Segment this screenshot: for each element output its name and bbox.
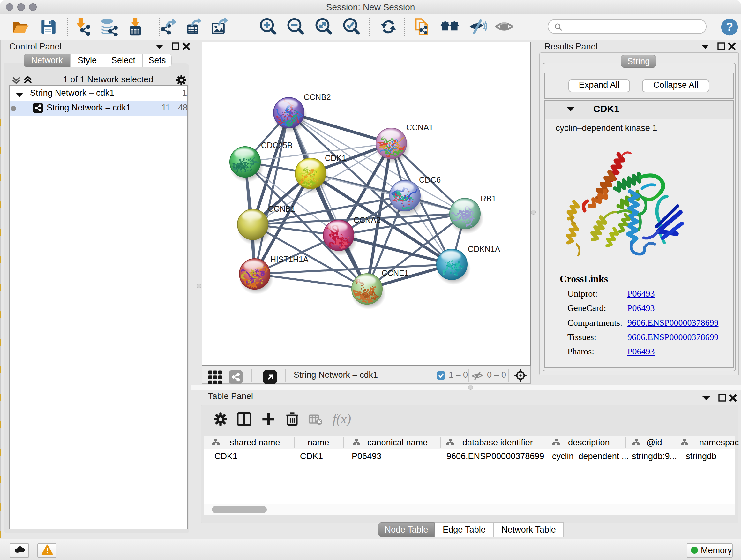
svg-text:RB1: RB1 xyxy=(481,194,496,203)
svg-text:CDK1: CDK1 xyxy=(325,153,346,163)
svg-text:CCNB1: CCNB1 xyxy=(268,204,295,213)
svg-text:HIST1H1A: HIST1H1A xyxy=(270,255,309,264)
svg-text:CDKN1A: CDKN1A xyxy=(468,245,500,253)
svg-text:CDC6: CDC6 xyxy=(419,175,441,184)
svg-text:CCNA1: CCNA1 xyxy=(406,123,433,132)
svg-text:CCNA2: CCNA2 xyxy=(354,215,381,225)
svg-text:CCNB2: CCNB2 xyxy=(304,92,331,102)
svg-text:?: ? xyxy=(726,20,733,34)
svg-text:CCNE1: CCNE1 xyxy=(382,268,409,277)
svg-text:CDC25B: CDC25B xyxy=(261,141,293,150)
